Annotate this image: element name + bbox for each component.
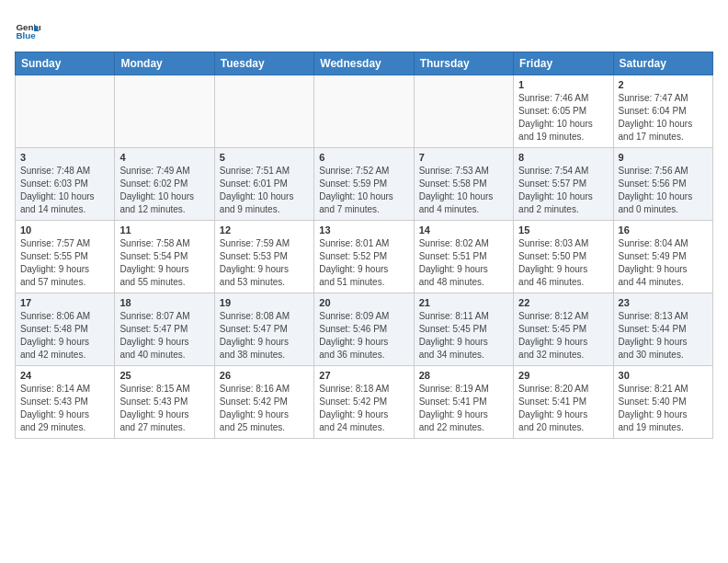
day-info: Sunrise: 7:56 AM Sunset: 5:56 PM Dayligh… <box>619 165 708 216</box>
day-info: Sunrise: 8:07 AM Sunset: 5:47 PM Dayligh… <box>119 310 209 362</box>
calendar-cell: 25Sunrise: 8:15 AM Sunset: 5:43 PM Dayli… <box>115 366 214 439</box>
calendar-cell: 22Sunrise: 8:12 AM Sunset: 5:45 PM Dayli… <box>514 293 613 366</box>
calendar-cell: 3Sunrise: 7:48 AM Sunset: 6:03 PM Daylig… <box>16 148 115 221</box>
day-number: 29 <box>518 370 608 381</box>
day-info: Sunrise: 8:06 AM Sunset: 5:48 PM Dayligh… <box>20 310 109 362</box>
day-number: 5 <box>220 152 309 163</box>
day-number: 20 <box>319 297 408 308</box>
day-number: 26 <box>220 370 309 381</box>
weekday-header-wednesday: Wednesday <box>314 52 414 75</box>
calendar-week-row: 24Sunrise: 8:14 AM Sunset: 5:43 PM Dayli… <box>16 366 713 439</box>
day-number: 13 <box>319 224 408 236</box>
day-number: 25 <box>119 370 209 381</box>
calendar-cell: 28Sunrise: 8:19 AM Sunset: 5:41 PM Dayli… <box>414 366 513 439</box>
weekday-header-friday: Friday <box>514 52 613 75</box>
weekday-header-thursday: Thursday <box>414 52 513 75</box>
day-number: 23 <box>619 297 708 308</box>
calendar-cell: 26Sunrise: 8:16 AM Sunset: 5:42 PM Dayli… <box>214 366 313 439</box>
calendar-week-row: 10Sunrise: 7:57 AM Sunset: 5:55 PM Dayli… <box>16 221 713 293</box>
day-info: Sunrise: 8:03 AM Sunset: 5:50 PM Dayligh… <box>518 237 608 289</box>
day-info: Sunrise: 8:02 AM Sunset: 5:51 PM Dayligh… <box>419 237 508 289</box>
day-info: Sunrise: 8:14 AM Sunset: 5:43 PM Dayligh… <box>20 383 109 434</box>
calendar-cell: 2Sunrise: 7:47 AM Sunset: 6:04 PM Daylig… <box>613 75 712 148</box>
day-info: Sunrise: 8:13 AM Sunset: 5:44 PM Dayligh… <box>619 310 708 362</box>
calendar-cell <box>214 75 313 148</box>
calendar-cell: 17Sunrise: 8:06 AM Sunset: 5:48 PM Dayli… <box>16 293 115 366</box>
day-number: 30 <box>619 370 708 381</box>
calendar-cell: 1Sunrise: 7:46 AM Sunset: 6:05 PM Daylig… <box>514 75 613 148</box>
day-number: 6 <box>319 152 408 163</box>
calendar-cell: 7Sunrise: 7:53 AM Sunset: 5:58 PM Daylig… <box>414 148 513 221</box>
calendar-cell: 9Sunrise: 7:56 AM Sunset: 5:56 PM Daylig… <box>613 148 712 221</box>
weekday-header-tuesday: Tuesday <box>214 52 313 75</box>
calendar-week-row: 1Sunrise: 7:46 AM Sunset: 6:05 PM Daylig… <box>16 75 713 148</box>
day-info: Sunrise: 8:16 AM Sunset: 5:42 PM Dayligh… <box>220 383 309 434</box>
day-number: 15 <box>518 224 608 236</box>
day-number: 22 <box>518 297 608 308</box>
day-info: Sunrise: 7:59 AM Sunset: 5:53 PM Dayligh… <box>220 237 309 289</box>
calendar-header-row: SundayMondayTuesdayWednesdayThursdayFrid… <box>16 52 713 75</box>
calendar-cell: 15Sunrise: 8:03 AM Sunset: 5:50 PM Dayli… <box>514 221 613 293</box>
calendar-cell: 21Sunrise: 8:11 AM Sunset: 5:45 PM Dayli… <box>414 293 513 366</box>
day-number: 16 <box>619 224 708 236</box>
calendar-cell: 14Sunrise: 8:02 AM Sunset: 5:51 PM Dayli… <box>414 221 513 293</box>
calendar-cell: 23Sunrise: 8:13 AM Sunset: 5:44 PM Dayli… <box>613 293 712 366</box>
calendar-week-row: 3Sunrise: 7:48 AM Sunset: 6:03 PM Daylig… <box>16 148 713 221</box>
day-info: Sunrise: 8:08 AM Sunset: 5:47 PM Dayligh… <box>220 310 309 362</box>
calendar-cell: 6Sunrise: 7:52 AM Sunset: 5:59 PM Daylig… <box>314 148 414 221</box>
calendar-cell: 8Sunrise: 7:54 AM Sunset: 5:57 PM Daylig… <box>514 148 613 221</box>
day-number: 27 <box>319 370 408 381</box>
weekday-header-saturday: Saturday <box>613 52 712 75</box>
day-number: 21 <box>419 297 508 308</box>
logo: General Blue <box>15 18 44 44</box>
day-number: 14 <box>419 224 508 236</box>
day-info: Sunrise: 7:58 AM Sunset: 5:54 PM Dayligh… <box>119 237 209 289</box>
day-number: 24 <box>20 370 109 381</box>
day-number: 4 <box>119 152 209 163</box>
day-number: 12 <box>220 224 309 236</box>
calendar-cell <box>414 75 513 148</box>
day-info: Sunrise: 7:48 AM Sunset: 6:03 PM Dayligh… <box>20 165 109 216</box>
day-info: Sunrise: 8:11 AM Sunset: 5:45 PM Dayligh… <box>419 310 508 362</box>
day-info: Sunrise: 8:09 AM Sunset: 5:46 PM Dayligh… <box>319 310 408 362</box>
day-number: 1 <box>518 79 608 90</box>
calendar-cell <box>314 75 414 148</box>
day-info: Sunrise: 8:21 AM Sunset: 5:40 PM Dayligh… <box>619 383 708 434</box>
calendar-cell: 18Sunrise: 8:07 AM Sunset: 5:47 PM Dayli… <box>115 293 214 366</box>
svg-text:Blue: Blue <box>16 30 36 40</box>
calendar-cell: 12Sunrise: 7:59 AM Sunset: 5:53 PM Dayli… <box>214 221 313 293</box>
header: General Blue <box>15 15 713 44</box>
day-number: 9 <box>619 152 708 163</box>
calendar-cell: 20Sunrise: 8:09 AM Sunset: 5:46 PM Dayli… <box>314 293 414 366</box>
day-number: 10 <box>20 224 109 236</box>
calendar-cell: 4Sunrise: 7:49 AM Sunset: 6:02 PM Daylig… <box>115 148 214 221</box>
day-number: 18 <box>119 297 209 308</box>
calendar-cell: 29Sunrise: 8:20 AM Sunset: 5:41 PM Dayli… <box>514 366 613 439</box>
day-number: 28 <box>419 370 508 381</box>
calendar-cell: 13Sunrise: 8:01 AM Sunset: 5:52 PM Dayli… <box>314 221 414 293</box>
day-info: Sunrise: 7:53 AM Sunset: 5:58 PM Dayligh… <box>419 165 508 216</box>
day-number: 3 <box>20 152 109 163</box>
day-info: Sunrise: 7:49 AM Sunset: 6:02 PM Dayligh… <box>119 165 209 216</box>
calendar-cell: 11Sunrise: 7:58 AM Sunset: 5:54 PM Dayli… <box>115 221 214 293</box>
day-info: Sunrise: 8:04 AM Sunset: 5:49 PM Dayligh… <box>619 237 708 289</box>
calendar: SundayMondayTuesdayWednesdayThursdayFrid… <box>15 52 713 439</box>
calendar-cell: 27Sunrise: 8:18 AM Sunset: 5:42 PM Dayli… <box>314 366 414 439</box>
day-info: Sunrise: 8:19 AM Sunset: 5:41 PM Dayligh… <box>419 383 508 434</box>
day-info: Sunrise: 7:51 AM Sunset: 6:01 PM Dayligh… <box>220 165 309 216</box>
day-info: Sunrise: 8:20 AM Sunset: 5:41 PM Dayligh… <box>518 383 608 434</box>
calendar-cell <box>16 75 115 148</box>
day-info: Sunrise: 8:18 AM Sunset: 5:42 PM Dayligh… <box>319 383 408 434</box>
day-number: 19 <box>220 297 309 308</box>
day-info: Sunrise: 7:46 AM Sunset: 6:05 PM Dayligh… <box>518 92 608 144</box>
day-number: 17 <box>20 297 109 308</box>
day-number: 2 <box>619 79 708 90</box>
weekday-header-sunday: Sunday <box>16 52 115 75</box>
day-info: Sunrise: 7:57 AM Sunset: 5:55 PM Dayligh… <box>20 237 109 289</box>
day-info: Sunrise: 8:12 AM Sunset: 5:45 PM Dayligh… <box>518 310 608 362</box>
day-info: Sunrise: 8:15 AM Sunset: 5:43 PM Dayligh… <box>119 383 209 434</box>
day-info: Sunrise: 7:54 AM Sunset: 5:57 PM Dayligh… <box>518 165 608 216</box>
weekday-header-monday: Monday <box>115 52 214 75</box>
calendar-cell: 16Sunrise: 8:04 AM Sunset: 5:49 PM Dayli… <box>613 221 712 293</box>
day-number: 7 <box>419 152 508 163</box>
